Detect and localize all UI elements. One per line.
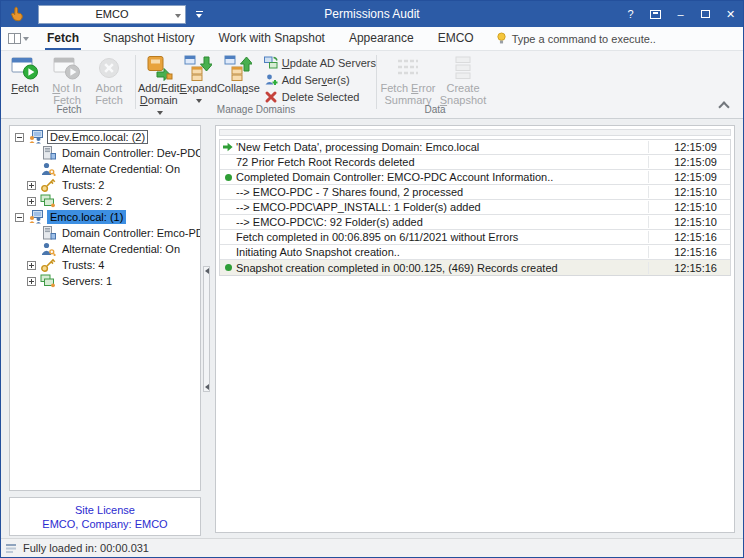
group-label-data: Data — [379, 104, 491, 117]
log-timestamp: 12:15:10 — [648, 216, 730, 228]
create-snapshot-icon — [449, 54, 477, 82]
ribbon-group-fetch: Fetch Not In Fetch Abort Fetch — [5, 52, 133, 105]
expand-node-icon[interactable] — [27, 181, 36, 190]
create-snapshot-button[interactable]: Create Snapshot — [437, 52, 489, 106]
license-owner: EMCO, Company: EMCO — [42, 517, 167, 531]
tree-log-splitter[interactable] — [203, 266, 210, 392]
fetch-error-summary-button[interactable]: Fetch Error Summary — [379, 52, 437, 106]
log-timestamp: 12:15:10 — [648, 201, 730, 213]
tab-work-with-snapshot[interactable]: Work with Snapshot — [216, 27, 327, 50]
chevron-down-icon — [23, 37, 29, 41]
combo-caret-icon — [175, 14, 181, 18]
expand-node-icon[interactable] — [27, 197, 36, 206]
chevron-down-icon — [196, 14, 202, 18]
tab-appearance[interactable]: Appearance — [347, 27, 416, 50]
log-row[interactable]: 72 Prior Fetch Root Records deleted 12:1… — [220, 155, 730, 170]
tab-snapshot-history[interactable]: Snapshot History — [101, 27, 196, 50]
fetch-button[interactable]: Fetch — [5, 52, 45, 94]
tree-item-servers[interactable]: Servers: 2 — [10, 193, 200, 209]
log-timestamp: 12:15:16 — [648, 246, 730, 258]
collapse-button[interactable]: Collapse — [217, 52, 260, 94]
tree-item-servers[interactable]: Servers: 1 — [10, 273, 200, 289]
collapse-ribbon-button[interactable] — [720, 101, 729, 108]
delete-selected-button[interactable]: Delete Selected — [260, 89, 380, 105]
license-type: Site License — [75, 503, 135, 517]
log-column-header[interactable] — [219, 129, 731, 136]
log-timestamp: 12:15:16 — [648, 231, 730, 243]
app-window: EMCO Permissions Audit ? – ✕ Fetch Snaps… — [0, 0, 744, 558]
main-area: Dev.Emco.local: (2) Domain Controller: D… — [1, 120, 743, 538]
delete-selected-icon — [264, 90, 278, 104]
customize-quick-access-button[interactable] — [192, 6, 206, 22]
log-row[interactable]: Completed Domain Controller: EMCO-PDC Ac… — [220, 170, 730, 185]
minimize-button[interactable]: – — [668, 2, 693, 26]
log-row[interactable]: 'New Fetch Data', processing Domain: Emc… — [220, 140, 730, 155]
license-info-box: Site License EMCO, Company: EMCO — [9, 497, 201, 536]
collapse-panel-icon[interactable] — [205, 268, 209, 274]
ribbon-group-data: Fetch Error Summary Create Snapshot — [379, 52, 491, 105]
add-servers-button[interactable]: Add Server(s) — [260, 72, 380, 88]
expand-icon — [184, 54, 212, 82]
status-bar: Fully loaded in: 00:00.031 — [1, 538, 743, 557]
ribbon-options-icon — [8, 33, 21, 44]
ribbon-tab-row: Fetch Snapshot History Work with Snapsho… — [1, 27, 743, 51]
tree-item-domain[interactable]: Emco.local: (1) — [10, 209, 200, 225]
domain-tree-panel: Dev.Emco.local: (2) Domain Controller: D… — [9, 125, 201, 491]
tree-item-domain-controller[interactable]: Domain Controller: Emco-PDC — [10, 225, 200, 241]
credential-icon — [40, 161, 56, 177]
expand-node-icon[interactable] — [27, 277, 36, 286]
group-separator — [135, 55, 136, 109]
collapse-node-icon[interactable] — [15, 213, 24, 222]
window-options-button[interactable] — [643, 2, 668, 26]
update-ad-servers-icon — [264, 56, 278, 70]
abort-fetch-button[interactable]: Abort Fetch — [89, 52, 129, 106]
domain-controller-icon — [40, 145, 56, 161]
help-button[interactable]: ? — [618, 2, 643, 26]
domain-icon — [28, 209, 44, 225]
minimize-icon: – — [677, 8, 683, 20]
collapse-panel-icon[interactable] — [205, 384, 209, 390]
tree-item-trusts[interactable]: Trusts: 4 — [10, 257, 200, 273]
tab-fetch[interactable]: Fetch — [45, 27, 81, 50]
log-timestamp: 12:15:09 — [648, 171, 730, 183]
tab-emco[interactable]: EMCO — [436, 27, 476, 50]
add-servers-icon — [264, 73, 278, 87]
log-row[interactable]: --> EMCO-PDC - 7 Shares found, 2 process… — [220, 185, 730, 200]
command-search-box[interactable]: Type a command to execute.. — [496, 32, 656, 45]
quick-access-combo[interactable]: EMCO — [38, 5, 186, 24]
log-timestamp: 12:15:09 — [648, 156, 730, 168]
ribbon-group-manage-domains: Add/Edit Domain Expand Collapse Update A… — [138, 52, 374, 105]
add-edit-domain-icon — [144, 54, 174, 82]
not-in-fetch-button[interactable]: Not In Fetch — [45, 52, 89, 106]
tree-item-domain[interactable]: Dev.Emco.local: (2) — [10, 129, 200, 145]
log-row[interactable]: --> EMCO-PDC\APP_INSTALL: 1 Folder(s) ad… — [220, 200, 730, 215]
app-icon — [8, 5, 26, 23]
tree-item-domain-controller[interactable]: Domain Controller: Dev-PDC — [10, 145, 200, 161]
tree-item-trusts[interactable]: Trusts: 2 — [10, 177, 200, 193]
command-placeholder: Type a command to execute.. — [512, 33, 656, 45]
fetch-icon — [11, 54, 39, 82]
green-dot-icon — [225, 174, 232, 181]
collapse-node-icon[interactable] — [15, 133, 24, 142]
green-dot-icon — [225, 264, 232, 271]
expand-button[interactable]: Expand — [180, 52, 217, 106]
expand-node-icon[interactable] — [27, 261, 36, 270]
group-separator — [376, 55, 377, 109]
servers-icon — [40, 273, 56, 289]
chevron-down-icon — [196, 99, 202, 103]
log-row[interactable]: Fetch completed in 00:06.895 on 6/11/202… — [220, 230, 730, 245]
manage-domains-small-buttons: Update AD Servers Add Server(s) Delete S… — [260, 52, 380, 105]
log-row[interactable]: Snapshot creation completed in 00:00.125… — [220, 260, 730, 275]
maximize-icon — [701, 10, 710, 18]
close-button[interactable]: ✕ — [718, 2, 743, 26]
tree-item-alternate-credential[interactable]: Alternate Credential: On — [10, 241, 200, 257]
log-row[interactable]: Initiating Auto Snapshot creation.. 12:1… — [220, 245, 730, 260]
domain-icon — [28, 129, 44, 145]
tree-item-alternate-credential[interactable]: Alternate Credential: On — [10, 161, 200, 177]
title-bar: EMCO Permissions Audit ? – ✕ — [1, 1, 743, 27]
close-icon: ✕ — [726, 8, 735, 21]
log-row[interactable]: --> EMCO-PDC\C: 92 Folder(s) added 12:15… — [220, 215, 730, 230]
maximize-button[interactable] — [693, 2, 718, 26]
ribbon-options-button[interactable] — [1, 33, 35, 44]
update-ad-servers-button[interactable]: Update AD Servers — [260, 55, 380, 71]
